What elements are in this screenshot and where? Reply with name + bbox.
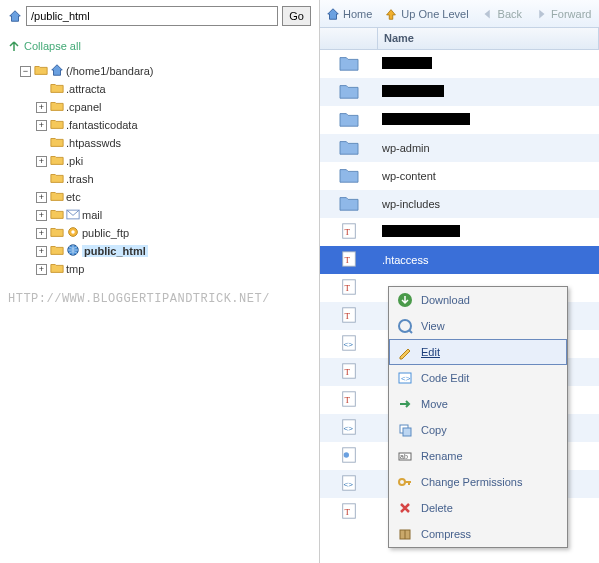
expander-icon[interactable]	[36, 264, 47, 275]
home-icon	[8, 9, 22, 23]
forward-icon	[534, 7, 548, 21]
tree-item[interactable]: mail	[8, 206, 311, 224]
edit-icon	[397, 344, 413, 360]
svg-text:T: T	[345, 283, 351, 293]
ctx-label: Download	[421, 294, 470, 306]
tree-item-label: .cpanel	[66, 101, 101, 113]
collapse-all[interactable]: Collapse all	[8, 36, 311, 62]
folder-row[interactable]	[320, 50, 599, 78]
ctx-rename[interactable]: abRename	[389, 443, 567, 469]
svg-line-28	[409, 330, 412, 333]
ctx-copy[interactable]: Copy	[389, 417, 567, 443]
column-header-name[interactable]: Name	[378, 28, 599, 49]
svg-rect-32	[403, 428, 411, 436]
ctx-code[interactable]: <>Code Edit	[389, 365, 567, 391]
folder-tree: (/home1/bandara) .attracta.cpanel.fantas…	[8, 62, 311, 278]
ctx-compress[interactable]: Compress	[389, 521, 567, 547]
folder-icon	[338, 82, 360, 102]
compress-icon	[397, 526, 413, 542]
file-icon: T	[338, 390, 360, 410]
folder-icon	[50, 190, 64, 204]
svg-point-2	[71, 230, 75, 234]
expander-icon[interactable]	[36, 246, 47, 257]
redacted-label	[382, 113, 470, 125]
tree-item[interactable]: .htpasswds	[8, 134, 311, 152]
collapse-icon	[8, 40, 20, 52]
ctx-move[interactable]: Move	[389, 391, 567, 417]
ctx-label: View	[421, 320, 445, 332]
folder-icon	[338, 194, 360, 214]
tree-item-label: .fantasticodata	[66, 119, 138, 131]
folder-icon	[338, 110, 360, 130]
toolbar-home[interactable]: Home	[326, 7, 372, 21]
svg-text:<>: <>	[401, 374, 411, 383]
folder-row[interactable]: wp-admin	[320, 134, 599, 162]
file-icon: T	[338, 278, 360, 298]
collapse-all-label: Collapse all	[24, 40, 81, 52]
path-input[interactable]	[26, 6, 278, 26]
globe-icon	[66, 243, 80, 259]
go-button[interactable]: Go	[282, 6, 311, 26]
toolbar-back[interactable]: Back	[481, 7, 522, 21]
tree-item[interactable]: .attracta	[8, 80, 311, 98]
tree-item[interactable]: etc	[8, 188, 311, 206]
expander-icon[interactable]	[36, 192, 47, 203]
ctx-label: Delete	[421, 502, 453, 514]
tree-root[interactable]: (/home1/bandara)	[8, 62, 311, 80]
expander-icon[interactable]	[20, 66, 31, 77]
expander-icon[interactable]	[36, 156, 47, 167]
folder-row[interactable]: wp-content	[320, 162, 599, 190]
expander-icon[interactable]	[36, 120, 47, 131]
ctx-label: Rename	[421, 450, 463, 462]
folder-icon	[50, 244, 64, 258]
up-icon	[384, 7, 398, 21]
file-icon	[338, 446, 360, 466]
toolbar: Home Up One Level Back Forward	[320, 0, 599, 28]
tree-item[interactable]: public_html	[8, 242, 311, 260]
redacted-label	[382, 225, 460, 237]
folder-icon	[50, 100, 64, 114]
svg-text:<>: <>	[344, 424, 354, 433]
expander-icon[interactable]	[36, 228, 47, 239]
file-row[interactable]: T.htaccess	[320, 246, 599, 274]
folder-icon	[50, 154, 64, 168]
ctx-key[interactable]: Change Permissions	[389, 469, 567, 495]
redacted-label	[382, 85, 444, 97]
row-label: wp-includes	[382, 198, 440, 210]
svg-text:ab: ab	[400, 453, 408, 460]
tree-item-label: public_ftp	[82, 227, 129, 239]
tree-item[interactable]: .fantasticodata	[8, 116, 311, 134]
toolbar-forward[interactable]: Forward	[534, 7, 591, 21]
file-row[interactable]: T	[320, 218, 599, 246]
ctx-label: Copy	[421, 424, 447, 436]
folder-icon	[50, 118, 64, 132]
toolbar-up[interactable]: Up One Level	[384, 7, 468, 21]
redacted-label	[382, 57, 432, 69]
folder-icon	[338, 138, 360, 158]
ctx-label: Compress	[421, 528, 471, 540]
watermark-text: HTTP://WWW.BLOGGERTIPANDTRICK.NET/	[8, 292, 311, 306]
ctx-delete[interactable]: Delete	[389, 495, 567, 521]
ctx-label: Change Permissions	[421, 476, 523, 488]
home-icon	[326, 7, 340, 21]
tree-item[interactable]: .cpanel	[8, 98, 311, 116]
folder-icon	[34, 64, 48, 78]
folder-row[interactable]: wp-includes	[320, 190, 599, 218]
folder-row[interactable]	[320, 106, 599, 134]
code-icon: <>	[397, 370, 413, 386]
ctx-view[interactable]: View	[389, 313, 567, 339]
expander-icon[interactable]	[36, 210, 47, 221]
row-label: .htaccess	[382, 254, 428, 266]
tree-item[interactable]: public_ftp	[8, 224, 311, 242]
row-label: wp-admin	[382, 142, 430, 154]
ctx-edit[interactable]: Edit	[389, 339, 567, 365]
column-header-icon[interactable]	[320, 28, 378, 49]
folder-row[interactable]	[320, 78, 599, 106]
key-icon	[397, 474, 413, 490]
tree-item[interactable]: .trash	[8, 170, 311, 188]
delete-icon	[397, 500, 413, 516]
expander-icon[interactable]	[36, 102, 47, 113]
tree-item[interactable]: tmp	[8, 260, 311, 278]
tree-item[interactable]: .pki	[8, 152, 311, 170]
ctx-download[interactable]: Download	[389, 287, 567, 313]
